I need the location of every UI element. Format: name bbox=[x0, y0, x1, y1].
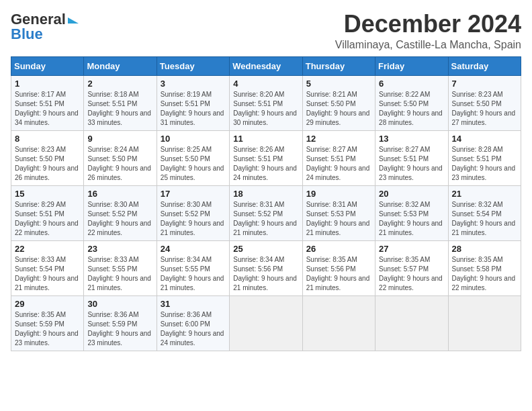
day-number: 10 bbox=[161, 134, 226, 144]
title-block: December 2024 Villaminaya, Castille-La M… bbox=[335, 11, 521, 51]
day-number: 23 bbox=[87, 244, 152, 254]
col-header-thursday: Thursday bbox=[302, 56, 375, 75]
calendar-cell bbox=[448, 295, 521, 351]
calendar-cell: 25Sunrise: 8:34 AMSunset: 5:56 PMDayligh… bbox=[230, 240, 302, 295]
day-number: 12 bbox=[306, 134, 371, 144]
location: Villaminaya, Castille-La Mancha, Spain bbox=[335, 39, 521, 51]
day-detail: Sunrise: 8:32 AMSunset: 5:54 PMDaylight:… bbox=[452, 201, 516, 236]
day-number: 24 bbox=[161, 244, 226, 254]
calendar-cell: 19Sunrise: 8:31 AMSunset: 5:53 PMDayligh… bbox=[302, 185, 375, 240]
calendar-cell: 14Sunrise: 8:28 AMSunset: 5:51 PMDayligh… bbox=[448, 130, 521, 185]
day-detail: Sunrise: 8:22 AMSunset: 5:50 PMDaylight:… bbox=[379, 91, 443, 126]
day-detail: Sunrise: 8:27 AMSunset: 5:51 PMDaylight:… bbox=[379, 146, 443, 181]
calendar-cell bbox=[230, 295, 302, 351]
calendar-cell: 2Sunrise: 8:18 AMSunset: 5:51 PMDaylight… bbox=[84, 75, 157, 130]
week-row-3: 15Sunrise: 8:29 AMSunset: 5:51 PMDayligh… bbox=[11, 185, 521, 240]
col-header-tuesday: Tuesday bbox=[157, 56, 229, 75]
calendar-cell: 7Sunrise: 8:23 AMSunset: 5:50 PMDaylight… bbox=[448, 75, 521, 130]
calendar-cell: 18Sunrise: 8:31 AMSunset: 5:52 PMDayligh… bbox=[230, 185, 302, 240]
calendar-table: SundayMondayTuesdayWednesdayThursdayFrid… bbox=[11, 56, 521, 351]
day-number: 16 bbox=[87, 189, 152, 199]
day-number: 25 bbox=[233, 244, 298, 254]
calendar-cell: 6Sunrise: 8:22 AMSunset: 5:50 PMDaylight… bbox=[375, 75, 448, 130]
day-number: 18 bbox=[233, 189, 298, 199]
day-detail: Sunrise: 8:33 AMSunset: 5:55 PMDaylight:… bbox=[87, 256, 151, 291]
calendar-cell: 21Sunrise: 8:32 AMSunset: 5:54 PMDayligh… bbox=[448, 185, 521, 240]
day-number: 4 bbox=[233, 79, 298, 89]
calendar-cell: 29Sunrise: 8:35 AMSunset: 5:59 PMDayligh… bbox=[11, 295, 84, 351]
calendar-cell: 30Sunrise: 8:36 AMSunset: 5:59 PMDayligh… bbox=[84, 295, 157, 351]
day-detail: Sunrise: 8:35 AMSunset: 5:57 PMDaylight:… bbox=[379, 256, 443, 291]
day-detail: Sunrise: 8:19 AMSunset: 5:51 PMDaylight:… bbox=[161, 91, 224, 126]
col-header-wednesday: Wednesday bbox=[230, 56, 302, 75]
day-detail: Sunrise: 8:33 AMSunset: 5:54 PMDaylight:… bbox=[15, 256, 79, 291]
calendar-cell: 12Sunrise: 8:27 AMSunset: 5:51 PMDayligh… bbox=[302, 130, 375, 185]
page-container: General Blue December 2024 Villaminaya, … bbox=[11, 11, 521, 351]
day-number: 31 bbox=[161, 299, 226, 309]
day-number: 8 bbox=[15, 134, 80, 144]
logo: General Blue bbox=[11, 11, 79, 43]
calendar-cell: 9Sunrise: 8:24 AMSunset: 5:50 PMDaylight… bbox=[84, 130, 157, 185]
day-number: 28 bbox=[452, 244, 517, 254]
calendar-cell: 11Sunrise: 8:26 AMSunset: 5:51 PMDayligh… bbox=[230, 130, 302, 185]
day-detail: Sunrise: 8:35 AMSunset: 5:58 PMDaylight:… bbox=[452, 256, 516, 291]
logo-arrow-icon bbox=[68, 17, 79, 24]
day-number: 9 bbox=[87, 134, 152, 144]
calendar-cell: 24Sunrise: 8:34 AMSunset: 5:55 PMDayligh… bbox=[157, 240, 229, 295]
header: General Blue December 2024 Villaminaya, … bbox=[11, 11, 521, 51]
col-header-sunday: Sunday bbox=[11, 56, 84, 75]
calendar-cell: 31Sunrise: 8:36 AMSunset: 6:00 PMDayligh… bbox=[157, 295, 229, 351]
day-number: 6 bbox=[379, 79, 444, 89]
day-number: 1 bbox=[15, 79, 80, 89]
calendar-cell: 1Sunrise: 8:17 AMSunset: 5:51 PMDaylight… bbox=[11, 75, 84, 130]
day-number: 26 bbox=[306, 244, 371, 254]
day-number: 7 bbox=[452, 79, 517, 89]
day-detail: Sunrise: 8:25 AMSunset: 5:50 PMDaylight:… bbox=[161, 146, 224, 181]
day-number: 5 bbox=[306, 79, 371, 89]
calendar-cell: 3Sunrise: 8:19 AMSunset: 5:51 PMDaylight… bbox=[157, 75, 229, 130]
day-detail: Sunrise: 8:32 AMSunset: 5:53 PMDaylight:… bbox=[379, 201, 443, 236]
calendar-cell: 23Sunrise: 8:33 AMSunset: 5:55 PMDayligh… bbox=[84, 240, 157, 295]
day-number: 3 bbox=[161, 79, 226, 89]
header-row: SundayMondayTuesdayWednesdayThursdayFrid… bbox=[11, 56, 521, 75]
day-detail: Sunrise: 8:31 AMSunset: 5:53 PMDaylight:… bbox=[306, 201, 370, 236]
calendar-cell: 10Sunrise: 8:25 AMSunset: 5:50 PMDayligh… bbox=[157, 130, 229, 185]
calendar-cell: 4Sunrise: 8:20 AMSunset: 5:51 PMDaylight… bbox=[230, 75, 302, 130]
calendar-cell bbox=[375, 295, 448, 351]
day-number: 17 bbox=[161, 189, 226, 199]
day-number: 29 bbox=[15, 299, 80, 309]
day-number: 13 bbox=[379, 134, 444, 144]
col-header-monday: Monday bbox=[84, 56, 157, 75]
calendar-cell: 5Sunrise: 8:21 AMSunset: 5:50 PMDaylight… bbox=[302, 75, 375, 130]
day-detail: Sunrise: 8:36 AMSunset: 6:00 PMDaylight:… bbox=[161, 311, 224, 347]
calendar-cell: 15Sunrise: 8:29 AMSunset: 5:51 PMDayligh… bbox=[11, 185, 84, 240]
day-detail: Sunrise: 8:34 AMSunset: 5:56 PMDaylight:… bbox=[233, 256, 297, 291]
logo-blue: Blue bbox=[11, 26, 43, 43]
calendar-cell: 16Sunrise: 8:30 AMSunset: 5:52 PMDayligh… bbox=[84, 185, 157, 240]
day-number: 27 bbox=[379, 244, 444, 254]
day-number: 2 bbox=[87, 79, 152, 89]
calendar-cell: 17Sunrise: 8:30 AMSunset: 5:52 PMDayligh… bbox=[157, 185, 229, 240]
calendar-cell: 20Sunrise: 8:32 AMSunset: 5:53 PMDayligh… bbox=[375, 185, 448, 240]
day-number: 30 bbox=[87, 299, 152, 309]
day-detail: Sunrise: 8:35 AMSunset: 5:59 PMDaylight:… bbox=[15, 311, 79, 347]
day-number: 20 bbox=[379, 189, 444, 199]
day-detail: Sunrise: 8:26 AMSunset: 5:51 PMDaylight:… bbox=[233, 146, 297, 181]
month-title: December 2024 bbox=[335, 11, 521, 38]
day-detail: Sunrise: 8:36 AMSunset: 5:59 PMDaylight:… bbox=[87, 311, 151, 347]
day-detail: Sunrise: 8:23 AMSunset: 5:50 PMDaylight:… bbox=[15, 146, 79, 181]
week-row-4: 22Sunrise: 8:33 AMSunset: 5:54 PMDayligh… bbox=[11, 240, 521, 295]
day-detail: Sunrise: 8:30 AMSunset: 5:52 PMDaylight:… bbox=[161, 201, 224, 236]
week-row-5: 29Sunrise: 8:35 AMSunset: 5:59 PMDayligh… bbox=[11, 295, 521, 351]
day-detail: Sunrise: 8:21 AMSunset: 5:50 PMDaylight:… bbox=[306, 91, 370, 126]
day-number: 15 bbox=[15, 189, 80, 199]
day-detail: Sunrise: 8:27 AMSunset: 5:51 PMDaylight:… bbox=[306, 146, 370, 181]
calendar-cell bbox=[302, 295, 375, 351]
day-detail: Sunrise: 8:23 AMSunset: 5:50 PMDaylight:… bbox=[452, 91, 516, 126]
calendar-cell: 27Sunrise: 8:35 AMSunset: 5:57 PMDayligh… bbox=[375, 240, 448, 295]
day-number: 22 bbox=[15, 244, 80, 254]
day-number: 11 bbox=[233, 134, 298, 144]
day-number: 21 bbox=[452, 189, 517, 199]
calendar-cell: 8Sunrise: 8:23 AMSunset: 5:50 PMDaylight… bbox=[11, 130, 84, 185]
day-detail: Sunrise: 8:20 AMSunset: 5:51 PMDaylight:… bbox=[233, 91, 297, 126]
